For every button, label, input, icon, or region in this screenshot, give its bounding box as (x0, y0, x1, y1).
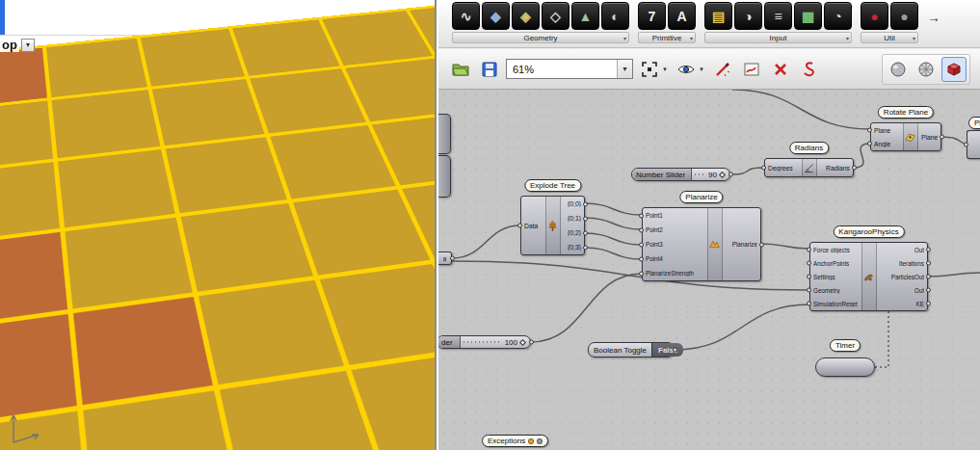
planarize-input-point1[interactable]: Point1 (643, 208, 707, 223)
boolean-toggle[interactable]: Boolean ToggleFalse (588, 342, 675, 357)
number-slider[interactable]: Number Slider90 (631, 168, 730, 181)
param-grip[interactable] (450, 256, 455, 261)
param-grip[interactable] (926, 261, 931, 266)
param-grip[interactable] (517, 224, 522, 228)
planarize-input-point3[interactable]: Point3 (643, 237, 707, 251)
list-icon[interactable]: ≡ (764, 2, 792, 30)
explode-tree[interactable]: Data{0;0}{0;1}{0;2}{0;3} (520, 196, 585, 255)
radians-output-radians[interactable]: Radians (817, 159, 854, 176)
sketch-button[interactable] (739, 57, 764, 82)
kangaroo-physics-input-settings[interactable]: Settings (810, 270, 861, 283)
number-slider-partial[interactable]: der100 (438, 335, 531, 349)
kangaroo-physics-output-particlesout[interactable]: ParticlesOut (877, 270, 928, 283)
toolbar-group-label-geometry[interactable]: Geometry▾ (452, 32, 629, 43)
param-grip[interactable] (964, 143, 968, 147)
toolbar-scroll-icon[interactable]: → (927, 10, 940, 25)
radians[interactable]: DegreesRadians (764, 158, 854, 177)
param-grip[interactable] (673, 348, 677, 353)
explode-tree-output-0-3[interactable]: {0;3} (561, 240, 585, 254)
preview-visibility-button-caret-icon[interactable]: ▼ (699, 66, 706, 72)
viewport-title[interactable]: op ▾ (0, 38, 35, 52)
param-grip[interactable] (807, 248, 811, 252)
wireframe-preview-button[interactable] (914, 57, 939, 82)
color-grid-icon[interactable]: ▦ (794, 2, 822, 30)
param-grip[interactable] (852, 166, 857, 171)
param-grip[interactable] (583, 216, 588, 221)
planarize-output-planarize[interactable]: Planarize (723, 208, 760, 280)
preview-visibility-button[interactable] (674, 57, 699, 82)
planarize[interactable]: Point1Point2Point3Point4PlanarizeStrengt… (642, 207, 761, 281)
text-icon[interactable]: A (668, 2, 696, 30)
blob-icon[interactable]: ● (890, 2, 918, 30)
param-grip[interactable] (639, 256, 644, 261)
param-grip[interactable] (728, 172, 733, 177)
toolbar-group-label-primitive[interactable]: Primitive▾ (638, 32, 696, 43)
grasshopper-canvas[interactable]: aExplode TreeData{0;0}{0;1}{0;2}{0;3}Pla… (438, 90, 980, 450)
param-grip[interactable] (759, 242, 764, 247)
param-grip[interactable] (529, 340, 534, 345)
toolbar-group-label-input[interactable]: Input▾ (704, 32, 852, 43)
param-grip[interactable] (867, 142, 872, 146)
explode-tree-input-data[interactable]: Data (521, 197, 545, 254)
param-grip[interactable] (926, 248, 931, 252)
planarize-input-point4[interactable]: Point4 (643, 251, 707, 266)
partial-param-a[interactable]: a (438, 251, 452, 265)
planarize-input-point2[interactable]: Point2 (643, 223, 707, 237)
freeform-icon[interactable]: ∿ (452, 2, 480, 30)
kangaroo-physics-output-out[interactable]: Out (877, 243, 928, 256)
rotate-plane-input-plane[interactable]: Plane (871, 123, 903, 137)
param-grip[interactable] (926, 275, 931, 279)
rotate-plane-input-angle[interactable]: Angle (871, 137, 903, 150)
kangaroo-physics-output-iterations[interactable]: Iterations (877, 256, 928, 270)
kangaroo-physics-input-force-objects[interactable]: Force objects (810, 243, 861, 256)
param-grip[interactable] (807, 302, 811, 306)
param-grip[interactable] (807, 275, 811, 279)
timer[interactable] (815, 357, 875, 377)
number-slider-partial-track[interactable] (464, 341, 501, 343)
param-grip[interactable] (639, 213, 644, 218)
explode-tree-output-0-2[interactable]: {0;2} (561, 225, 585, 240)
delete-sketch-button[interactable] (768, 57, 793, 82)
param-grip[interactable] (583, 245, 588, 250)
viewport-menu-caret-icon[interactable]: ▾ (21, 39, 35, 52)
exceptions[interactable]: Exceptions (482, 435, 548, 447)
mesh-icon[interactable]: ◈ (512, 2, 540, 30)
partial-component-1[interactable] (438, 114, 451, 154)
param-grip[interactable] (926, 288, 931, 293)
param-grip[interactable] (867, 128, 872, 133)
partial-component-right[interactable] (967, 130, 980, 159)
script-sketch-button[interactable] (797, 57, 822, 82)
kangaroo-physics-output-out[interactable]: Out (877, 283, 928, 297)
boolean-toggle-value[interactable]: False (651, 343, 683, 357)
zoom-caret-icon[interactable]: ▼ (617, 60, 632, 78)
param-grip[interactable] (807, 288, 811, 293)
rhino-viewport[interactable]: op ▾ (0, 0, 437, 450)
open-document-button[interactable] (448, 57, 473, 82)
kangaroo-physics-input-geometry[interactable]: Geometry (810, 283, 861, 297)
knob-icon[interactable]: ◑ (734, 2, 762, 30)
param-grip[interactable] (639, 242, 644, 247)
mesh-preview-button[interactable] (941, 57, 967, 82)
param-grip[interactable] (761, 166, 766, 171)
save-document-button[interactable] (477, 57, 502, 82)
number-icon[interactable]: 7 (638, 2, 666, 30)
number-slider-partial-handle[interactable] (519, 338, 526, 345)
kangaroo-physics-output-ke[interactable]: KE (877, 297, 928, 310)
clock-icon[interactable]: ◔ (824, 2, 852, 30)
toolbar-group-label-util[interactable]: Util▾ (861, 32, 918, 43)
kangaroo-physics-input-simulationreset[interactable]: SimulationReset (810, 297, 861, 310)
zoom-select[interactable]: 61%▼ (506, 59, 633, 79)
number-slider-handle[interactable] (719, 171, 726, 177)
explode-tree-output-0-1[interactable]: {0;1} (561, 211, 585, 225)
explode-tree-output-0-0[interactable]: {0;0} (561, 197, 585, 211)
wand-button[interactable] (710, 57, 735, 82)
rotate-plane[interactable]: PlaneAnglePlane (870, 122, 941, 151)
shaded-preview-button[interactable] (886, 57, 911, 82)
param-grip[interactable] (583, 230, 588, 235)
planarize-input-planarizestrength[interactable]: PlanarizeStrength (643, 266, 707, 280)
zoom-extents-button[interactable] (637, 57, 662, 82)
analyze-icon[interactable]: ◐ (601, 2, 629, 30)
kangaroo-physics-input-anchorpoints[interactable]: AnchorPoints (810, 256, 861, 270)
kangaroo-physics[interactable]: Force objectsAnchorPointsSettingsGeometr… (809, 242, 928, 311)
partial-component-right-input[interactable] (967, 131, 980, 158)
